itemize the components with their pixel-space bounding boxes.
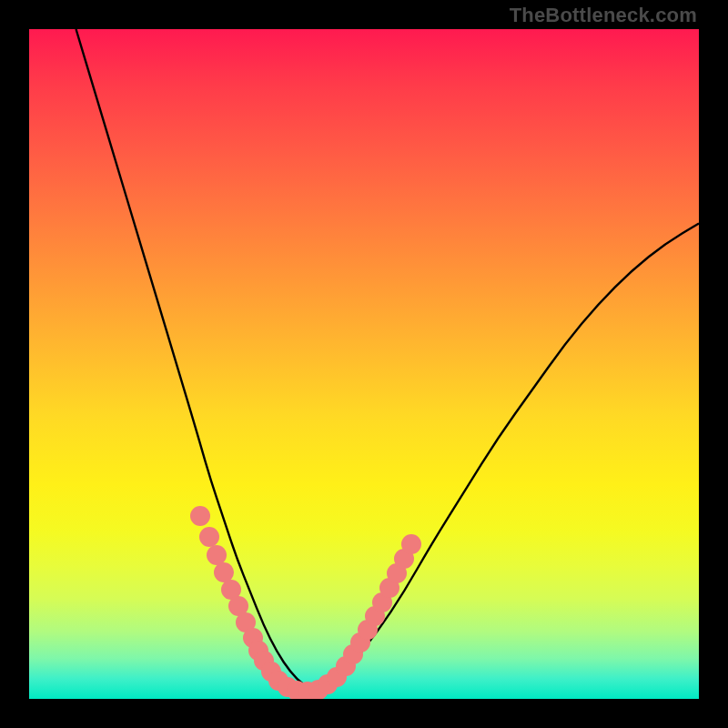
black-frame bbox=[0, 0, 728, 728]
watermark-text: TheBottleneck.com bbox=[510, 4, 697, 27]
